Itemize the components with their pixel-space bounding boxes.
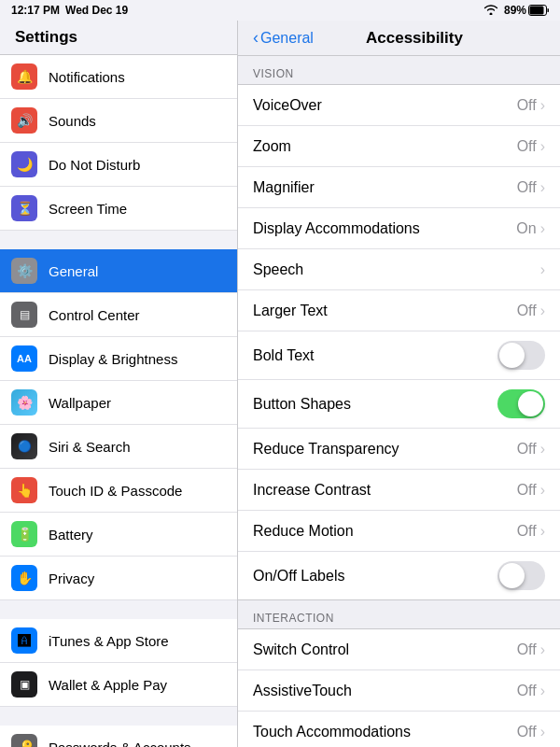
vision-section: VISION VoiceOver Off › Zoom Off › <box>238 56 560 600</box>
switch-control-right: Off › <box>517 641 545 658</box>
sidebar-item-display-brightness[interactable]: AA Display & Brightness <box>0 337 237 381</box>
onoff-labels-right <box>497 561 545 590</box>
sidebar-item-wallpaper[interactable]: 🌸 Wallpaper <box>0 381 237 425</box>
passwords-icon: 🔑 <box>11 734 37 747</box>
speech-chevron: › <box>540 261 545 278</box>
switch-control-row[interactable]: Switch Control Off › <box>238 629 560 670</box>
assistivetouch-row[interactable]: AssistiveTouch Off › <box>238 670 560 712</box>
increase-contrast-right: Off › <box>517 482 545 499</box>
onoff-labels-toggle[interactable] <box>497 561 545 590</box>
battery-icon: 🔋 <box>11 521 37 547</box>
assistivetouch-right: Off › <box>517 683 545 699</box>
sidebar-item-touch-id[interactable]: 👆 Touch ID & Passcode <box>0 469 237 513</box>
wallpaper-icon: 🌸 <box>11 389 37 416</box>
sidebar-item-battery[interactable]: 🔋 Battery <box>0 513 237 557</box>
sidebar-item-notifications[interactable]: 🔔 Notifications <box>0 55 237 99</box>
reduce-motion-chevron: › <box>540 523 545 540</box>
wifi-icon <box>483 4 498 18</box>
increase-contrast-row[interactable]: Increase Contrast Off › <box>238 470 560 511</box>
reduce-transparency-chevron: › <box>540 441 545 458</box>
svg-rect-1 <box>530 7 544 15</box>
sidebar-item-do-not-disturb[interactable]: 🌙 Do Not Disturb <box>0 143 237 187</box>
status-bar: 12:17 PM Wed Dec 19 89% <box>0 0 560 21</box>
sidebar-item-wallet-applepay[interactable]: ▣ Wallet & Apple Pay <box>0 663 237 707</box>
sidebar-title: Settings <box>0 21 237 55</box>
reduce-transparency-right: Off › <box>517 441 545 458</box>
vision-header: VISION <box>238 56 560 84</box>
sounds-icon: 🔊 <box>11 107 37 134</box>
button-shapes-toggle-knob <box>518 391 543 416</box>
screen-time-icon: ⏳ <box>11 195 37 221</box>
onoff-labels-toggle-knob <box>499 563 525 588</box>
magnifier-chevron: › <box>540 179 545 196</box>
sidebar: Settings 🔔 Notifications 🔊 Sounds 🌙 Do N… <box>0 21 238 747</box>
main-container: Settings 🔔 Notifications 🔊 Sounds 🌙 Do N… <box>0 21 560 747</box>
reduce-motion-row[interactable]: Reduce Motion Off › <box>238 511 560 552</box>
back-button[interactable]: ‹ General <box>253 28 314 48</box>
itunes-icon: 🅰 <box>11 627 37 654</box>
display-brightness-icon: AA <box>11 345 37 372</box>
larger-text-chevron: › <box>540 303 545 319</box>
voiceover-right: Off › <box>517 97 545 114</box>
bold-text-toggle-knob <box>499 343 525 368</box>
status-time: 12:17 PM <box>11 4 60 17</box>
sidebar-item-privacy[interactable]: ✋ Privacy <box>0 557 237 600</box>
back-chevron-icon: ‹ <box>253 28 259 48</box>
display-accommodations-row[interactable]: Display Accommodations On › <box>238 208 560 249</box>
magnifier-right: Off › <box>517 179 545 196</box>
touch-accommodations-right: Off › <box>517 724 545 740</box>
sidebar-group-3: 🅰 iTunes & App Store ▣ Wallet & Apple Pa… <box>0 619 237 707</box>
status-date: Wed Dec 19 <box>65 4 128 17</box>
onoff-labels-row[interactable]: On/Off Labels <box>238 552 560 599</box>
assistivetouch-chevron: › <box>540 683 545 699</box>
touch-accommodations-chevron: › <box>540 724 545 740</box>
button-shapes-toggle[interactable] <box>497 389 545 418</box>
sidebar-item-sounds[interactable]: 🔊 Sounds <box>0 99 237 143</box>
interaction-settings-group: Switch Control Off › AssistiveTouch Off … <box>238 628 560 747</box>
sidebar-item-passwords-accounts[interactable]: 🔑 Passwords & Accounts <box>0 726 237 747</box>
larger-text-row[interactable]: Larger Text Off › <box>238 290 560 331</box>
voiceover-chevron: › <box>540 97 545 114</box>
voiceover-row[interactable]: VoiceOver Off › <box>238 85 560 126</box>
do-not-disturb-icon: 🌙 <box>11 151 37 177</box>
zoom-right: Off › <box>517 138 545 155</box>
zoom-row[interactable]: Zoom Off › <box>238 126 560 167</box>
sidebar-group-1: 🔔 Notifications 🔊 Sounds 🌙 Do Not Distur… <box>0 55 237 231</box>
notifications-icon: 🔔 <box>11 63 37 90</box>
control-center-icon: ▤ <box>11 302 37 328</box>
sidebar-item-itunes-appstore[interactable]: 🅰 iTunes & App Store <box>0 619 237 663</box>
button-shapes-row[interactable]: Button Shapes <box>238 380 560 429</box>
bold-text-toggle[interactable] <box>497 341 545 370</box>
sidebar-item-siri-search[interactable]: 🔵 Siri & Search <box>0 425 237 469</box>
magnifier-row[interactable]: Magnifier Off › <box>238 167 560 208</box>
siri-icon: 🔵 <box>11 433 37 459</box>
zoom-chevron: › <box>540 138 545 155</box>
touch-id-icon: 👆 <box>11 477 37 503</box>
bold-text-right <box>497 341 545 370</box>
right-panel: ‹ General Accessibility VISION VoiceOver… <box>238 21 560 747</box>
sidebar-item-screen-time[interactable]: ⏳ Screen Time <box>0 187 237 231</box>
sidebar-item-general[interactable]: ⚙️ General <box>0 249 237 293</box>
interaction-header: INTERACTION <box>238 600 560 628</box>
display-accommodations-right: On › <box>516 220 545 237</box>
sidebar-group-2: ⚙️ General ▤ Control Center AA Display &… <box>0 249 237 600</box>
speech-right: › <box>540 261 545 278</box>
right-header: ‹ General Accessibility <box>238 21 560 56</box>
battery-indicator: 89% <box>504 4 549 17</box>
display-accommodations-chevron: › <box>540 220 545 237</box>
touch-accommodations-row[interactable]: Touch Accommodations Off › <box>238 712 560 747</box>
vision-settings-group: VoiceOver Off › Zoom Off › Magnifi <box>238 84 560 600</box>
sidebar-item-control-center[interactable]: ▤ Control Center <box>0 293 237 337</box>
reduce-transparency-row[interactable]: Reduce Transparency Off › <box>238 429 560 470</box>
wallet-icon: ▣ <box>11 671 37 698</box>
button-shapes-right <box>497 389 545 418</box>
speech-row[interactable]: Speech › <box>238 249 560 290</box>
bold-text-row[interactable]: Bold Text <box>238 331 560 380</box>
larger-text-right: Off › <box>517 303 545 319</box>
privacy-icon: ✋ <box>11 565 37 591</box>
general-icon: ⚙️ <box>11 258 37 284</box>
switch-control-chevron: › <box>540 641 545 658</box>
increase-contrast-chevron: › <box>540 482 545 499</box>
interaction-section: INTERACTION Switch Control Off › Assisti… <box>238 600 560 747</box>
right-panel-title: Accessibility <box>321 29 508 48</box>
